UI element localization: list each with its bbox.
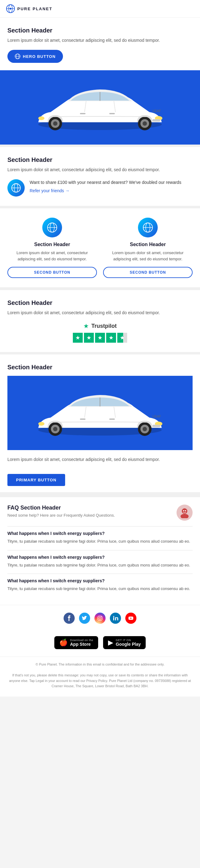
- referral-row: Want to share £100 with your nearest and…: [7, 179, 193, 196]
- svg-point-3: [9, 8, 11, 9]
- tp-star-3: ★: [95, 333, 105, 343]
- col-1-text: Lorem ipsum dolor sit amet, consectetur …: [7, 250, 97, 262]
- referral-title: Section Header: [7, 156, 193, 163]
- faq-divider-1: [7, 526, 193, 527]
- app-store-section: 🍎 Download on the App Store ▶ GET IT ON …: [0, 631, 200, 657]
- tp-star-4: ★: [106, 333, 116, 343]
- hero-button-icon: [15, 54, 21, 59]
- trustpilot-stars-row: ★ ★ ★ ★ ★: [73, 333, 127, 343]
- facebook-icon[interactable]: [64, 613, 75, 624]
- second-car-title: Section Header: [7, 364, 193, 371]
- svg-rect-21: [80, 113, 85, 114]
- col-2-title: Section Header: [130, 242, 166, 247]
- trustpilot-star-icon: ★: [83, 322, 89, 330]
- trustpilot-section-title: Section Header: [7, 299, 193, 307]
- faq-item-1: What happens when I switch energy suppli…: [7, 526, 193, 545]
- faq-item-3: What happens when I switch energy suppli…: [7, 574, 193, 592]
- trustpilot-wrap: ★ Trustpilot ★ ★ ★ ★ ★: [7, 322, 193, 343]
- google-badge-large: Google Play: [116, 642, 141, 647]
- section-divider-5: [0, 492, 200, 495]
- faq-avatar-icon: [179, 507, 190, 518]
- svg-rect-47: [109, 418, 115, 420]
- brand-name: PURE PLANET: [17, 6, 52, 11]
- svg-point-49: [181, 514, 189, 518]
- referral-body-text: Want to share £100 with your nearest and…: [30, 179, 181, 186]
- col-2-icon-wrap: [138, 218, 158, 238]
- apple-app-store-badge[interactable]: 🍎 Download on the App Store: [54, 636, 98, 649]
- faq-header-left: FAQ Section Header Need some help? Here …: [7, 504, 115, 518]
- svg-point-16: [143, 121, 147, 126]
- tp-star-2: ★: [84, 333, 94, 343]
- second-car-section: Section Header: [0, 354, 200, 450]
- section-divider-2: [0, 206, 200, 208]
- youtube-icon[interactable]: [125, 613, 136, 624]
- faq-question-1: What happens when I switch energy suppli…: [7, 531, 193, 536]
- google-badge-text: GET IT ON Google Play: [116, 639, 141, 647]
- svg-point-41: [143, 427, 147, 431]
- car-banner-1: LEAF: [0, 70, 200, 145]
- apple-badge-text: Download on the App Store: [70, 639, 93, 647]
- col-item-1: Section Header Lorem ipsum dolor sit ame…: [7, 218, 97, 278]
- header: PURE PLANET: [0, 0, 200, 18]
- twitter-icon[interactable]: [79, 613, 90, 624]
- col-2-button[interactable]: SECOND BUTTON: [103, 267, 193, 278]
- referral-icon: [11, 183, 21, 193]
- footer-line1: © Pure Planet. The information in this e…: [7, 662, 193, 668]
- svg-point-54: [101, 616, 102, 617]
- section-divider-4: [0, 352, 200, 354]
- col-2-text: Lorem ipsum dolor sit amet, consectetur …: [103, 250, 193, 262]
- email-container: PURE PLANET Section Header Lorem ipsum d…: [0, 0, 200, 696]
- svg-point-53: [99, 617, 101, 619]
- faq-item-2: What happens when I switch energy suppli…: [7, 550, 193, 568]
- two-col-grid: Section Header Lorem ipsum dolor sit ame…: [7, 218, 193, 278]
- svg-point-13: [53, 121, 57, 126]
- google-play-badge[interactable]: ▶ GET IT ON Google Play: [103, 636, 146, 649]
- primary-button[interactable]: PRIMARY BUTTON: [7, 474, 65, 486]
- footer-line2: If that's not you, please delete this me…: [7, 673, 193, 689]
- referral-link[interactable]: Refer your friends →: [30, 188, 181, 193]
- apple-badge-small: Download on the: [70, 639, 93, 642]
- referral-section: Section Header Lorem ipsum dolor sit ame…: [0, 147, 200, 206]
- svg-rect-19: [153, 119, 160, 122]
- instagram-icon[interactable]: [94, 613, 106, 624]
- faq-title: FAQ Section Header: [7, 504, 115, 511]
- faq-items-container: What happens when I switch energy suppli…: [7, 526, 193, 592]
- hero-button[interactable]: HERO BUTTON: [7, 50, 63, 63]
- linkedin-icon[interactable]: [110, 613, 121, 624]
- col-1-icon-wrap: [42, 218, 62, 238]
- car-image-1: LEAF: [20, 76, 180, 138]
- faq-answer-3: Tityre, tu patulae recubans sub tegmine …: [7, 586, 193, 592]
- faq-question-2: What happens when I switch energy suppli…: [7, 555, 193, 560]
- trustpilot-logo: ★ Trustpilot: [83, 322, 117, 330]
- logo-icon: [6, 4, 15, 13]
- svg-point-38: [53, 427, 57, 431]
- faq-header-row: FAQ Section Header Need some help? Here …: [7, 504, 193, 521]
- section-divider-3: [0, 287, 200, 290]
- svg-rect-55: [113, 617, 114, 620]
- col-item-2: Section Header Lorem ipsum dolor sit ame…: [103, 218, 193, 278]
- faq-avatar: [176, 504, 193, 521]
- svg-rect-46: [80, 418, 85, 420]
- col-1-button[interactable]: SECOND BUTTON: [7, 267, 97, 278]
- svg-point-43: [38, 422, 44, 426]
- tp-star-5-half: ★: [117, 333, 127, 343]
- svg-rect-44: [153, 425, 160, 427]
- trustpilot-section: Section Header Lorem ipsum dolor sit ame…: [0, 290, 200, 352]
- col-1-title: Section Header: [34, 242, 70, 247]
- below-car-section: Lorem ipsum dolor sit amet, consectetur …: [0, 450, 200, 492]
- google-play-icon: ▶: [108, 639, 113, 647]
- svg-point-51: [185, 510, 186, 512]
- hero-text: Lorem ipsum dolor sit amet, consectetur …: [7, 37, 193, 44]
- col-2-icon: [142, 222, 153, 233]
- two-col-section: Section Header Lorem ipsum dolor sit ame…: [0, 208, 200, 287]
- svg-text:LEAF: LEAF: [153, 109, 161, 113]
- trustpilot-section-text: Lorem ipsum dolor sit amet, consectetur …: [7, 310, 193, 316]
- faq-section: FAQ Section Header Need some help? Here …: [0, 495, 200, 605]
- hero-title: Section Header: [7, 27, 193, 34]
- hero-button-label: HERO BUTTON: [23, 54, 55, 59]
- svg-rect-22: [109, 113, 115, 114]
- faq-question-3: What happens when I switch energy suppli…: [7, 578, 193, 583]
- faq-answer-2: Tityre, tu patulae recubans sub tegmine …: [7, 562, 193, 568]
- svg-point-56: [113, 616, 115, 617]
- section-divider-1: [0, 145, 200, 147]
